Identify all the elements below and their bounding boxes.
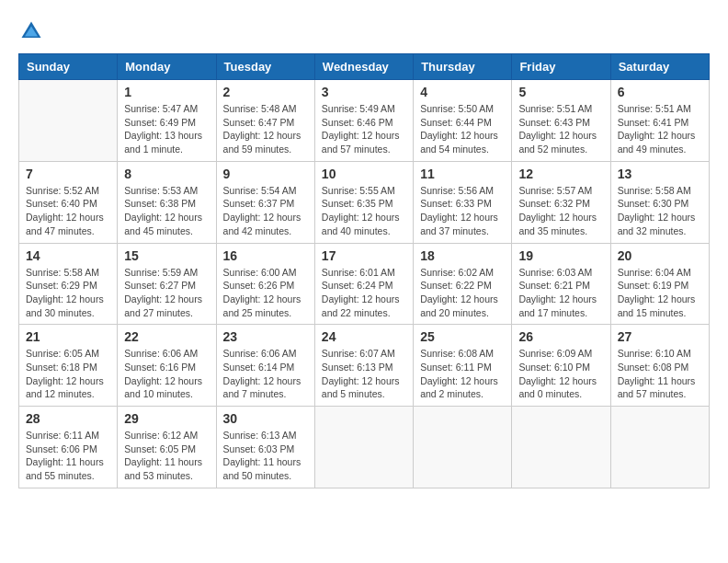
day-number: 8: [124, 167, 209, 181]
day-number: 28: [26, 411, 110, 426]
calendar-cell: 19Sunrise: 6:03 AM Sunset: 6:21 PM Dayli…: [512, 243, 610, 325]
calendar-table: SundayMondayTuesdayWednesdayThursdayFrid…: [18, 53, 710, 488]
day-info: Sunrise: 5:50 AM Sunset: 6:44 PM Dayligh…: [420, 102, 505, 156]
day-info: Sunrise: 6:03 AM Sunset: 6:21 PM Dayligh…: [518, 266, 603, 320]
day-info: Sunrise: 6:09 AM Sunset: 6:10 PM Dayligh…: [518, 347, 603, 401]
calendar-cell: 14Sunrise: 5:58 AM Sunset: 6:29 PM Dayli…: [19, 243, 118, 325]
day-number: 12: [518, 167, 603, 181]
day-info: Sunrise: 6:06 AM Sunset: 6:16 PM Dayligh…: [124, 347, 209, 401]
day-number: 2: [223, 85, 308, 99]
calendar-cell: [19, 80, 118, 162]
calendar-cell: 17Sunrise: 6:01 AM Sunset: 6:24 PM Dayli…: [314, 243, 413, 325]
calendar-cell: [512, 407, 610, 488]
calendar-week-5: 28Sunrise: 6:11 AM Sunset: 6:06 PM Dayli…: [19, 407, 710, 488]
calendar-cell: 7Sunrise: 5:52 AM Sunset: 6:40 PM Daylig…: [19, 161, 118, 243]
day-info: Sunrise: 5:53 AM Sunset: 6:38 PM Dayligh…: [124, 184, 209, 238]
day-number: 24: [322, 329, 406, 344]
day-number: 27: [618, 329, 702, 344]
day-number: 16: [223, 248, 308, 263]
calendar-cell: 9Sunrise: 5:54 AM Sunset: 6:37 PM Daylig…: [216, 161, 314, 243]
calendar-cell: 27Sunrise: 6:10 AM Sunset: 6:08 PM Dayli…: [610, 325, 709, 407]
day-number: 18: [420, 248, 505, 263]
day-number: 25: [420, 329, 505, 344]
weekday-header-friday: Friday: [512, 54, 610, 80]
day-number: 10: [322, 167, 406, 181]
day-number: 15: [124, 248, 209, 263]
day-number: 26: [518, 329, 603, 344]
day-number: 29: [124, 411, 209, 426]
day-info: Sunrise: 6:13 AM Sunset: 6:03 PM Dayligh…: [223, 429, 308, 483]
day-info: Sunrise: 5:49 AM Sunset: 6:46 PM Dayligh…: [322, 102, 406, 156]
calendar-cell: 24Sunrise: 6:07 AM Sunset: 6:13 PM Dayli…: [314, 325, 413, 407]
weekday-header-wednesday: Wednesday: [314, 54, 413, 80]
calendar-week-2: 7Sunrise: 5:52 AM Sunset: 6:40 PM Daylig…: [19, 161, 710, 243]
day-info: Sunrise: 5:56 AM Sunset: 6:33 PM Dayligh…: [420, 184, 505, 238]
calendar-cell: 26Sunrise: 6:09 AM Sunset: 6:10 PM Dayli…: [512, 325, 610, 407]
calendar-cell: [610, 407, 709, 488]
day-info: Sunrise: 5:51 AM Sunset: 6:43 PM Dayligh…: [518, 102, 603, 156]
day-number: 22: [124, 329, 209, 344]
day-info: Sunrise: 6:01 AM Sunset: 6:24 PM Dayligh…: [322, 266, 406, 320]
calendar-cell: 3Sunrise: 5:49 AM Sunset: 6:46 PM Daylig…: [314, 80, 413, 162]
calendar-week-3: 14Sunrise: 5:58 AM Sunset: 6:29 PM Dayli…: [19, 243, 710, 325]
day-info: Sunrise: 5:48 AM Sunset: 6:47 PM Dayligh…: [223, 102, 308, 156]
calendar-cell: 10Sunrise: 5:55 AM Sunset: 6:35 PM Dayli…: [314, 161, 413, 243]
day-number: 20: [618, 248, 702, 263]
day-info: Sunrise: 6:08 AM Sunset: 6:11 PM Dayligh…: [420, 347, 505, 401]
day-number: 14: [26, 248, 110, 263]
calendar-cell: [414, 407, 512, 488]
day-number: 17: [322, 248, 406, 263]
day-number: 21: [26, 329, 110, 344]
day-info: Sunrise: 5:59 AM Sunset: 6:27 PM Dayligh…: [124, 266, 209, 320]
day-info: Sunrise: 5:47 AM Sunset: 6:49 PM Dayligh…: [124, 102, 209, 156]
calendar-cell: 23Sunrise: 6:06 AM Sunset: 6:14 PM Dayli…: [216, 325, 314, 407]
day-info: Sunrise: 6:02 AM Sunset: 6:22 PM Dayligh…: [420, 266, 505, 320]
calendar-cell: 29Sunrise: 6:12 AM Sunset: 6:05 PM Dayli…: [118, 407, 216, 488]
day-number: 6: [618, 85, 702, 99]
weekday-header-tuesday: Tuesday: [216, 54, 314, 80]
day-info: Sunrise: 6:12 AM Sunset: 6:05 PM Dayligh…: [124, 429, 209, 483]
weekday-header-monday: Monday: [118, 54, 216, 80]
day-number: 30: [223, 411, 308, 426]
calendar-cell: 12Sunrise: 5:57 AM Sunset: 6:32 PM Dayli…: [512, 161, 610, 243]
calendar-cell: 6Sunrise: 5:51 AM Sunset: 6:41 PM Daylig…: [610, 80, 709, 162]
weekday-header-sunday: Sunday: [19, 54, 118, 80]
page-header: [18, 18, 710, 44]
calendar-cell: 25Sunrise: 6:08 AM Sunset: 6:11 PM Dayli…: [414, 325, 512, 407]
calendar-week-4: 21Sunrise: 6:05 AM Sunset: 6:18 PM Dayli…: [19, 325, 710, 407]
day-info: Sunrise: 5:57 AM Sunset: 6:32 PM Dayligh…: [518, 184, 603, 238]
calendar-cell: [314, 407, 413, 488]
day-number: 13: [618, 167, 702, 181]
day-info: Sunrise: 6:04 AM Sunset: 6:19 PM Dayligh…: [618, 266, 702, 320]
day-number: 7: [26, 167, 110, 181]
calendar-cell: 28Sunrise: 6:11 AM Sunset: 6:06 PM Dayli…: [19, 407, 118, 488]
calendar-cell: 4Sunrise: 5:50 AM Sunset: 6:44 PM Daylig…: [414, 80, 512, 162]
day-info: Sunrise: 6:11 AM Sunset: 6:06 PM Dayligh…: [26, 429, 110, 483]
day-number: 23: [223, 329, 308, 344]
day-info: Sunrise: 5:52 AM Sunset: 6:40 PM Dayligh…: [26, 184, 110, 238]
day-number: 11: [420, 167, 505, 181]
calendar-cell: 11Sunrise: 5:56 AM Sunset: 6:33 PM Dayli…: [414, 161, 512, 243]
day-info: Sunrise: 5:58 AM Sunset: 6:30 PM Dayligh…: [618, 184, 702, 238]
day-info: Sunrise: 5:58 AM Sunset: 6:29 PM Dayligh…: [26, 266, 110, 320]
day-number: 9: [223, 167, 308, 181]
day-number: 1: [124, 85, 209, 99]
calendar-week-1: 1Sunrise: 5:47 AM Sunset: 6:49 PM Daylig…: [19, 80, 710, 162]
day-info: Sunrise: 6:00 AM Sunset: 6:26 PM Dayligh…: [223, 266, 308, 320]
calendar-cell: 13Sunrise: 5:58 AM Sunset: 6:30 PM Dayli…: [610, 161, 709, 243]
day-info: Sunrise: 6:05 AM Sunset: 6:18 PM Dayligh…: [26, 347, 110, 401]
calendar-cell: 18Sunrise: 6:02 AM Sunset: 6:22 PM Dayli…: [414, 243, 512, 325]
calendar-cell: 1Sunrise: 5:47 AM Sunset: 6:49 PM Daylig…: [118, 80, 216, 162]
calendar-cell: 8Sunrise: 5:53 AM Sunset: 6:38 PM Daylig…: [118, 161, 216, 243]
calendar-cell: 21Sunrise: 6:05 AM Sunset: 6:18 PM Dayli…: [19, 325, 118, 407]
day-info: Sunrise: 5:55 AM Sunset: 6:35 PM Dayligh…: [322, 184, 406, 238]
calendar-cell: 22Sunrise: 6:06 AM Sunset: 6:16 PM Dayli…: [118, 325, 216, 407]
calendar-cell: 5Sunrise: 5:51 AM Sunset: 6:43 PM Daylig…: [512, 80, 610, 162]
calendar-cell: 15Sunrise: 5:59 AM Sunset: 6:27 PM Dayli…: [118, 243, 216, 325]
weekday-header-row: SundayMondayTuesdayWednesdayThursdayFrid…: [19, 54, 710, 80]
day-number: 3: [322, 85, 406, 99]
calendar-cell: 30Sunrise: 6:13 AM Sunset: 6:03 PM Dayli…: [216, 407, 314, 488]
day-info: Sunrise: 5:54 AM Sunset: 6:37 PM Dayligh…: [223, 184, 308, 238]
calendar-cell: 20Sunrise: 6:04 AM Sunset: 6:19 PM Dayli…: [610, 243, 709, 325]
calendar-cell: 2Sunrise: 5:48 AM Sunset: 6:47 PM Daylig…: [216, 80, 314, 162]
